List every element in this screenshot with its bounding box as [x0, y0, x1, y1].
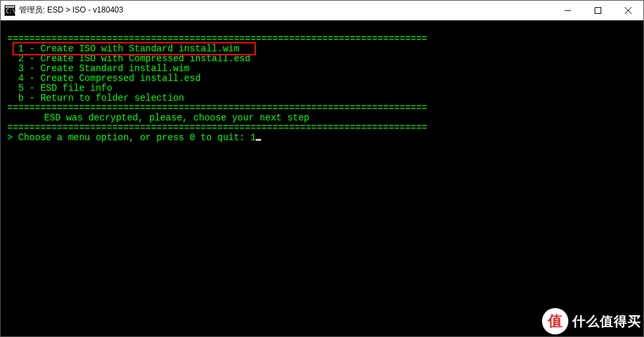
titlebar: C:\ 管理员: ESD > ISO - v180403 — [1, 1, 643, 20]
prompt-line: > Choose a menu option, or press 0 to qu… — [7, 132, 261, 143]
separator-line: ========================================… — [7, 122, 428, 133]
menu-item-3: 3 - Create Standard install.wim — [7, 63, 189, 74]
window-title: 管理员: ESD > ISO - v180403 — [19, 5, 553, 16]
app-window: C:\ 管理员: ESD > ISO - v180403 ===========… — [0, 0, 644, 337]
close-button[interactable] — [613, 1, 643, 20]
menu-item-b: b - Return to folder selection — [7, 93, 184, 103]
prompt-input[interactable]: 1 — [251, 132, 256, 143]
terminal-output[interactable]: ========================================… — [1, 20, 643, 336]
minimize-button[interactable] — [553, 1, 583, 20]
cmd-icon: C:\ — [5, 5, 15, 16]
separator-line: ========================================… — [7, 103, 428, 113]
menu-block: 1 - Create ISO with Standard install.wim… — [7, 44, 251, 103]
menu-item-5: 5 - ESD file info — [7, 83, 112, 93]
menu-item-2: 2 - Create ISO with Compressed install.e… — [7, 53, 251, 64]
svg-rect-1 — [5, 6, 14, 8]
maximize-button[interactable] — [583, 1, 613, 20]
prompt-text: > Choose a menu option, or press 0 to qu… — [7, 132, 251, 143]
svg-text:C:\: C:\ — [6, 9, 15, 14]
menu-item-4: 4 - Create Compressed install.esd — [7, 73, 201, 84]
status-message: ESD was decrypted, please, choose your n… — [7, 113, 309, 123]
cursor — [256, 139, 261, 141]
menu-item-1: 1 - Create ISO with Standard install.wim — [7, 43, 239, 54]
svg-rect-4 — [595, 7, 601, 13]
separator-line: ========================================… — [7, 34, 428, 44]
window-controls — [553, 1, 643, 20]
